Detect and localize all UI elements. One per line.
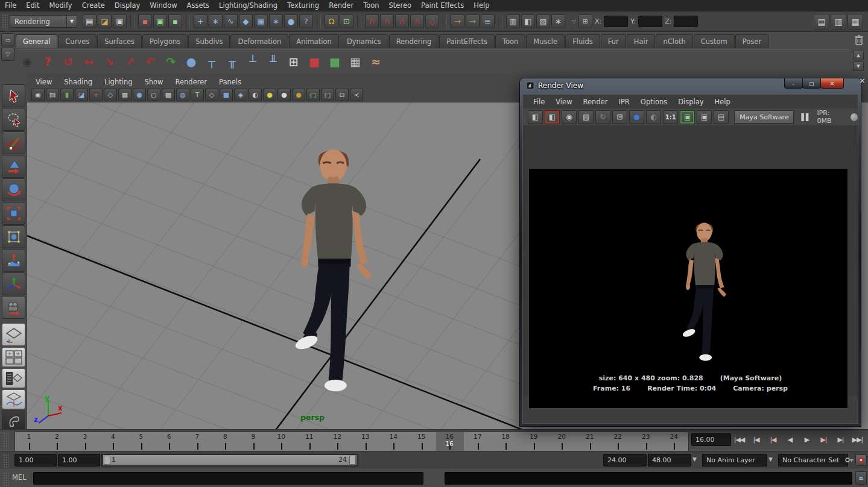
default-light-icon[interactable]: ● (277, 89, 291, 101)
menu-item[interactable]: Window (145, 0, 182, 11)
group-separator[interactable] (498, 15, 502, 28)
layout-four-pane-button[interactable] (2, 347, 25, 367)
open-render-view-icon[interactable]: ▥ (506, 14, 520, 28)
menu-item[interactable]: Lighting/Shading (214, 0, 282, 11)
lasso-select-tool-button[interactable] (2, 108, 25, 131)
mask-dynamics-icon[interactable]: ∗ (269, 14, 283, 28)
camera-attributes-icon[interactable]: ▤ (46, 89, 59, 101)
bookmark-icon[interactable]: ▮ (60, 89, 74, 101)
timeline-frame[interactable]: 24 (661, 432, 689, 451)
universal-manipulator-button[interactable] (2, 225, 25, 248)
paint-brush-icon[interactable]: ≈ (367, 52, 385, 71)
maximize-button[interactable]: ◻ (802, 78, 821, 89)
group-separator[interactable] (357, 15, 361, 28)
timeline-frame[interactable]: 20 (548, 432, 577, 451)
mask-misc-icon[interactable]: ? (299, 14, 313, 28)
image-plane-icon[interactable]: ◪ (75, 89, 88, 101)
group-separator[interactable] (443, 15, 447, 28)
mask-handles-icon[interactable]: + (194, 14, 207, 28)
pan-zoom-icon[interactable]: + (89, 89, 103, 101)
viewport-menu-item[interactable]: View (30, 76, 57, 88)
drag-handle[interactable] (3, 472, 9, 487)
range-slider[interactable]: 1 24 (101, 454, 358, 467)
shelf-tab[interactable]: Muscle (526, 34, 565, 48)
mask-deformations-icon[interactable]: ▦ (254, 14, 268, 28)
move-tool-button[interactable] (2, 155, 25, 178)
textured-icon[interactable]: T (191, 89, 204, 101)
open-render-settings-icon[interactable]: ▤ (714, 110, 729, 124)
snap-grid-icon[interactable]: ∩ (365, 14, 379, 28)
layout-graph-pane-button[interactable] (2, 389, 25, 409)
frame-ruler[interactable]: 1 2 3 4 5 6 7 8 (14, 432, 689, 451)
viewport-menu-item[interactable]: Panels (214, 76, 247, 88)
render-view-window[interactable]: Render View – ◻ × FileViewRenderIPROptio… (520, 78, 861, 426)
wireframe-icon[interactable]: ◇ (104, 89, 117, 101)
mask-surfaces-icon[interactable]: ◆ (239, 14, 253, 28)
range-end-handle[interactable] (349, 456, 356, 465)
wire-on-shaded-icon[interactable]: ▢ (321, 89, 334, 101)
scale-tool-button[interactable] (2, 202, 25, 225)
y-input[interactable] (638, 16, 662, 27)
menu-item[interactable]: Assets (182, 0, 214, 11)
camera-zoom-icon[interactable]: ↗ (121, 52, 139, 71)
timeline-frame[interactable]: 12 (324, 432, 352, 451)
menu-item[interactable]: Paint Effects (416, 0, 469, 11)
schematic-view-icon[interactable]: ⊞ (285, 52, 303, 71)
menu-set-selector[interactable]: Rendering ▼ (10, 15, 77, 28)
menu-item[interactable]: Stereo (384, 0, 416, 11)
combine-objects-icon[interactable]: ▦ (346, 52, 364, 71)
keep-image-icon[interactable]: ▣ (680, 110, 695, 124)
drag-handle[interactable] (2, 14, 8, 30)
command-line-language-toggle[interactable]: MEL (12, 473, 27, 482)
attribute-editor-toggle-icon[interactable]: ▤ (814, 14, 829, 30)
viewport-menu-item[interactable]: Shading (59, 76, 98, 88)
step-back-frame-button[interactable]: |◀ (748, 432, 764, 447)
xray-icon[interactable]: ▩ (162, 89, 175, 101)
timeline-frame[interactable]: 9 (239, 432, 268, 451)
shelf-tab-menu-icon[interactable]: ▭ (1, 33, 14, 46)
smooth-shade-icon[interactable]: ○ (147, 89, 160, 101)
paint-select-tool-button[interactable] (2, 131, 25, 154)
minimize-button[interactable]: – (784, 78, 803, 89)
output-connections-icon[interactable]: → (466, 14, 480, 28)
shelf-tab[interactable]: PaintEffects (439, 34, 495, 48)
save-scene-icon[interactable]: ▣ (113, 14, 127, 28)
renderer-selector[interactable]: Maya Software (734, 110, 793, 124)
one-to-one-icon[interactable]: 1:1 (663, 110, 678, 124)
shelf-tab[interactable]: Curves (58, 34, 97, 48)
timeline-frame[interactable]: 4 (100, 432, 128, 451)
step-forward-frame-button[interactable]: ▶| (832, 432, 849, 447)
multi-lister-icon[interactable]: ≺ (350, 89, 363, 101)
textured-display-icon[interactable]: ◈ (234, 89, 247, 101)
playback-start-field[interactable]: 1.00 (58, 454, 100, 467)
menu-item[interactable]: Render (324, 0, 358, 11)
undo-icon[interactable]: ↶ (141, 52, 159, 71)
render-view-menu-item[interactable]: IPR (613, 98, 635, 106)
menu-item[interactable]: Help (469, 0, 494, 11)
play-backwards-button[interactable]: ◀ (782, 432, 798, 447)
shelf-tab[interactable]: Rendering (389, 34, 439, 48)
shelf-tab[interactable]: General (16, 34, 57, 48)
group-separator[interactable] (130, 15, 135, 28)
animation-end-field[interactable]: 48.00 (648, 454, 691, 467)
rotate-tool-button[interactable] (2, 178, 25, 201)
camera-dolly-icon[interactable]: ↘ (100, 52, 118, 71)
render-view-menu-item[interactable]: Help (709, 98, 736, 106)
shelf-tab[interactable]: nCloth (656, 34, 692, 48)
pause-ipr-icon[interactable]: ▌▌ (802, 113, 811, 121)
timeline-frame[interactable]: 19 (520, 432, 548, 451)
shelf-tab[interactable]: Poser (735, 34, 768, 48)
timeline-frame[interactable]: 15 (408, 432, 436, 451)
x-input[interactable] (604, 16, 628, 27)
frame-selected-icon[interactable]: ⊡ (335, 89, 349, 101)
snapshot-icon[interactable]: ◉ (562, 110, 577, 124)
ipr-render-icon[interactable]: ▨ (578, 110, 594, 124)
camera-tumble-icon[interactable]: ↺ (59, 52, 77, 71)
group-separator[interactable] (317, 15, 321, 28)
shaded-display-icon[interactable]: ■ (220, 89, 233, 101)
show-manipulator-tool-button[interactable] (2, 272, 25, 295)
go-to-start-button[interactable]: |◀◀ (731, 432, 747, 447)
snap-together-icon[interactable]: ■ (305, 52, 323, 71)
shelf-tab[interactable]: Toon (495, 34, 525, 48)
shelf-menu-icon[interactable]: ▽ (1, 48, 14, 61)
